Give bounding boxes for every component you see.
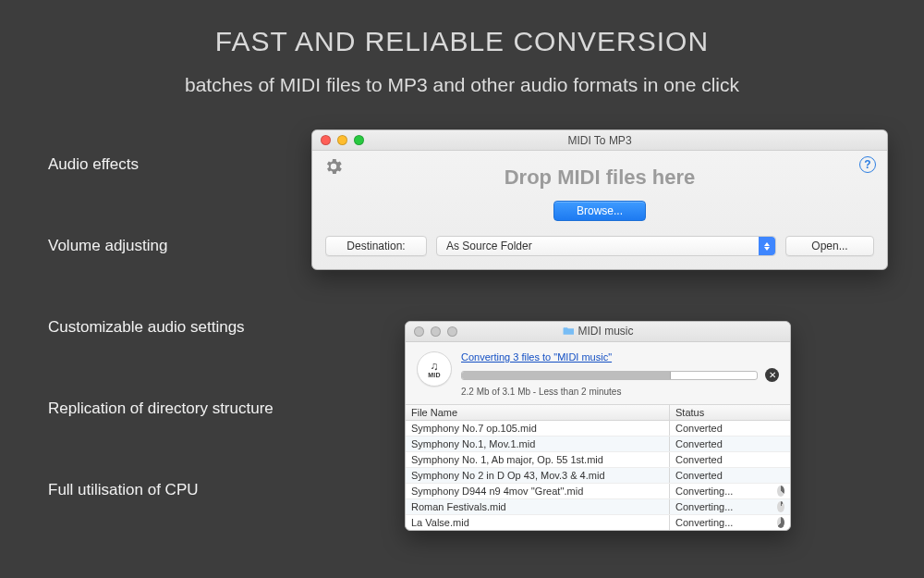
feature-item: Replication of directory structure: [48, 400, 274, 418]
feature-item: Customizable audio settings: [48, 318, 274, 337]
conversion-status-link[interactable]: Converting 3 files to "MIDI music": [461, 351, 612, 363]
table-row[interactable]: Symphony D944 n9 4mov ''Great''.midConve…: [406, 484, 790, 499]
table-row[interactable]: Symphony No.1, Mov.1.midConverted: [406, 437, 790, 452]
conversion-table: File Name Status Symphony No.7 op.105.mi…: [406, 404, 790, 530]
cell-filename: Roman Festivals.mid: [406, 499, 670, 514]
cell-filename: Symphony No 2 in D Op 43, Mov.3 & 4.mid: [406, 468, 670, 483]
pie-progress-icon: [777, 501, 784, 512]
destination-button[interactable]: Destination:: [325, 236, 427, 256]
column-header-filename[interactable]: File Name: [406, 405, 670, 420]
table-row[interactable]: Symphony No. 1, Ab major, Op. 55 1st.mid…: [406, 452, 790, 468]
pie-progress-icon: [777, 517, 784, 528]
window-title-text: MIDI music: [578, 325, 634, 338]
table-row[interactable]: Symphony No 2 in D Op 43, Mov.3 & 4.midC…: [406, 468, 790, 484]
titlebar[interactable]: MIDI music: [406, 322, 790, 342]
titlebar[interactable]: MIDI To MP3: [312, 130, 887, 151]
cell-filename: Symphony No.1, Mov.1.mid: [406, 437, 670, 451]
cell-progress-indicator: [772, 468, 790, 483]
zoom-icon[interactable]: [354, 135, 364, 145]
column-header-status[interactable]: Status: [670, 405, 772, 420]
drop-zone-label: Drop MIDI files here: [325, 166, 874, 190]
pie-progress-icon: [777, 486, 784, 497]
cell-status: Converted: [670, 452, 772, 467]
cell-filename: Symphony No.7 op.105.mid: [406, 421, 670, 436]
window-title: MIDI To MP3: [312, 134, 887, 147]
cell-progress-indicator: [772, 437, 790, 451]
minimize-icon[interactable]: [337, 135, 347, 145]
window-title: MIDI music: [406, 325, 790, 339]
progress-window: MIDI music ♫ MID Converting 3 files to "…: [405, 321, 791, 531]
destination-select-value: As Source Folder: [446, 240, 532, 252]
feature-item: Volume adjusting: [48, 237, 274, 255]
help-icon[interactable]: ?: [859, 156, 876, 173]
page-heading: FAST AND RELIABLE CONVERSION: [0, 0, 924, 57]
table-row[interactable]: La Valse.midConverting...: [406, 515, 790, 530]
main-app-window: MIDI To MP3 ? Drop MIDI files here Brows…: [311, 129, 888, 270]
midi-file-icon: ♫ MID: [417, 351, 452, 387]
progress-bar-fill: [462, 372, 671, 379]
cell-status: Converting...: [670, 484, 772, 498]
gear-icon[interactable]: [323, 156, 344, 177]
cell-progress-indicator: [772, 499, 790, 514]
cell-status: Converted: [670, 468, 772, 483]
folder-icon: [563, 326, 575, 336]
cell-status: Converted: [670, 421, 772, 436]
cell-progress-indicator: [772, 484, 790, 498]
open-button[interactable]: Open...: [785, 236, 874, 256]
table-row[interactable]: Roman Festivals.midConverting...: [406, 499, 790, 515]
table-row[interactable]: Symphony No.7 op.105.midConverted: [406, 421, 790, 437]
destination-select[interactable]: As Source Folder: [436, 236, 776, 256]
close-icon[interactable]: [321, 135, 331, 145]
cell-progress-indicator: [772, 452, 790, 467]
minimize-icon[interactable]: [431, 326, 441, 337]
cell-progress-indicator: [772, 421, 790, 436]
feature-item: Audio effects: [48, 155, 274, 174]
progress-bar: [461, 371, 758, 380]
cell-progress-indicator: [772, 515, 790, 530]
cell-filename: Symphony No. 1, Ab major, Op. 55 1st.mid: [406, 452, 670, 467]
cell-filename: La Valse.mid: [406, 515, 670, 530]
browse-button[interactable]: Browse...: [553, 201, 646, 221]
feature-item: Full utilisation of CPU: [48, 481, 274, 499]
cell-status: Converting...: [670, 499, 772, 514]
close-icon[interactable]: [414, 326, 424, 337]
feature-list: Audio effects Volume adjusting Customiza…: [48, 155, 274, 499]
cell-filename: Symphony D944 n9 4mov ''Great''.mid: [406, 484, 670, 498]
chevron-up-down-icon: [759, 237, 775, 255]
cancel-button[interactable]: ✕: [765, 368, 779, 382]
page-subheading: batches of MIDI files to MP3 and other a…: [0, 74, 924, 96]
cell-status: Converting...: [670, 515, 772, 530]
progress-eta-text: 2.2 Mb of 3.1 Mb - Less than 2 minutes: [461, 387, 779, 397]
zoom-icon[interactable]: [447, 326, 457, 337]
cell-status: Converted: [670, 437, 772, 451]
